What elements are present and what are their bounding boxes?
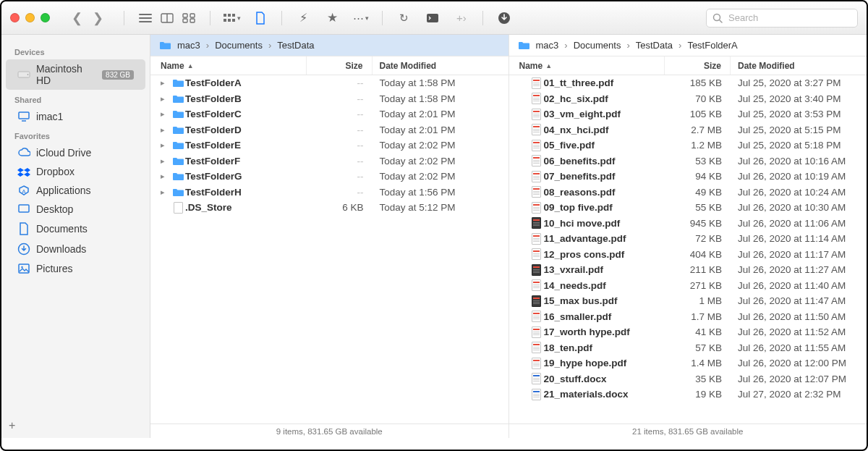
file-row[interactable]: ▸TestFolderD--Today at 2:01 PM	[150, 122, 509, 138]
breadcrumb-item[interactable]: Documents	[215, 40, 263, 51]
file-row[interactable]: 13_vxrail.pdf211 KBJul 26, 2020 at 11:27…	[509, 262, 867, 278]
file-row[interactable]: 03_vm_eight.pdf105 KBJul 25, 2020 at 3:5…	[509, 106, 867, 122]
sidebar-item-icloud-drive[interactable]: iCloud Drive	[6, 143, 145, 162]
zoom-window-button[interactable]	[41, 13, 50, 22]
group-by-button[interactable]: ▾	[221, 9, 242, 27]
file-date: Today at 1:56 PM	[373, 187, 509, 198]
breadcrumb-item[interactable]: Documents	[574, 40, 621, 51]
folder-icon	[518, 41, 530, 50]
breadcrumb-item[interactable]: mac3	[177, 40, 200, 51]
file-row[interactable]: 09_top five.pdf55 KBJul 26, 2020 at 10:3…	[509, 200, 867, 216]
disclosure-triangle[interactable]: ▸	[161, 140, 171, 150]
file-row[interactable]: 07_benefits.pdf94 KBJul 26, 2020 at 10:1…	[509, 169, 867, 185]
file-row[interactable]: 11_advantage.pdf72 KBJul 26, 2020 at 11:…	[509, 231, 867, 247]
disclosure-triangle[interactable]: ▸	[161, 172, 171, 181]
sidebar-item-desktop[interactable]: Desktop	[6, 200, 145, 219]
header-name[interactable]: Name▲	[519, 61, 665, 71]
breadcrumb-item[interactable]: TestData	[636, 40, 673, 51]
file-row[interactable]: 12_pros cons.pdf404 KBJul 26, 2020 at 11…	[509, 247, 867, 263]
column-view-button[interactable]	[156, 9, 178, 27]
file-row[interactable]: 15_max bus.pdf1 MBJul 26, 2020 at 11:47 …	[509, 293, 867, 309]
disclosure-triangle[interactable]: ▸	[161, 156, 171, 166]
sidebar-item-dropbox[interactable]: Dropbox	[6, 162, 145, 181]
breadcrumb: mac3›Documents›TestData›TestFolderA	[509, 35, 867, 56]
file-row[interactable]: ▸TestFolderG--Today at 2:02 PM	[150, 169, 509, 185]
disclosure-triangle[interactable]: ▸	[161, 109, 171, 119]
file-size: 105 KB	[664, 109, 731, 119]
new-tab-button[interactable]: +	[9, 419, 15, 432]
tag-button[interactable]: ★	[321, 9, 343, 27]
sidebar-item-applications[interactable]: AApplications	[6, 181, 145, 200]
file-name: TestFolderA	[185, 77, 306, 88]
search-field[interactable]	[706, 9, 858, 28]
sidebar-item-downloads[interactable]: Downloads	[6, 239, 145, 259]
close-window-button[interactable]	[10, 13, 20, 22]
file-row[interactable]: ▸TestFolderA--Today at 1:58 PM	[150, 75, 509, 91]
breadcrumb-item[interactable]: TestData	[277, 40, 314, 51]
column-headers: Name▲SizeDate Modified	[150, 56, 509, 75]
file-row[interactable]: 06_benefits.pdf53 KBJul 26, 2020 at 10:1…	[509, 153, 867, 169]
file-row[interactable]: ▸TestFolderC--Today at 2:01 PM	[150, 106, 509, 122]
sidebar-item-label: iCloud Drive	[36, 147, 134, 159]
file-row[interactable]: 19_hype hope.pdf1.4 MBJul 26, 2020 at 12…	[509, 355, 867, 371]
header-name[interactable]: Name▲	[161, 61, 306, 71]
sidebar-item-label: Applications	[36, 185, 134, 196]
svg-line-15	[720, 20, 722, 22]
file-row[interactable]: 05_five.pdf1.2 MBJul 25, 2020 at 5:18 PM	[509, 138, 867, 153]
minimize-window-button[interactable]	[25, 13, 35, 22]
file-row[interactable]: 01_tt_three.pdf185 KBJul 25, 2020 at 3:2…	[509, 75, 867, 91]
breadcrumb-separator: ›	[206, 40, 209, 51]
file-row[interactable]: 08_reasons.pdf49 KBJul 26, 2020 at 10:24…	[509, 185, 867, 201]
file-row[interactable]: ▸TestFolderB--Today at 1:58 PM	[150, 91, 509, 107]
sidebar-item-documents[interactable]: Documents	[6, 219, 145, 239]
window-controls	[10, 13, 50, 22]
back-button[interactable]: ❮	[72, 10, 82, 26]
file-date: Jul 26, 2020 at 11:14 AM	[731, 233, 867, 244]
file-row[interactable]: ▸TestFolderF--Today at 2:02 PM	[150, 153, 509, 169]
sidebar-item-macintosh-hd[interactable]: Macintosh HD832 GB	[6, 59, 145, 90]
file-row[interactable]: ▸TestFolderE--Today at 2:02 PM	[150, 138, 509, 153]
grid2-icon	[182, 13, 195, 23]
file-size: --	[306, 93, 373, 104]
svg-rect-21	[19, 205, 29, 212]
add-pane-button[interactable]: +›	[451, 9, 472, 27]
breadcrumb-item[interactable]: mac3	[536, 40, 559, 51]
file-row[interactable]: 10_hci move.pdf945 KBJul 26, 2020 at 11:…	[509, 216, 867, 232]
file-row[interactable]: .DS_Store6 KBToday at 5:12 PM	[150, 200, 509, 216]
file-row[interactable]: 02_hc_six.pdf70 KBJul 25, 2020 at 3:40 P…	[509, 91, 867, 107]
header-size[interactable]: Size	[664, 56, 731, 75]
header-date[interactable]: Date Modified	[731, 61, 867, 71]
disclosure-triangle[interactable]: ▸	[161, 94, 171, 104]
breadcrumb: mac3›Documents›TestData	[150, 35, 509, 56]
search-input[interactable]	[727, 12, 850, 24]
file-row[interactable]: 17_worth hype.pdf41 KBJul 26, 2020 at 11…	[509, 324, 867, 340]
more-actions-button[interactable]: ⋯▾	[350, 9, 372, 27]
disclosure-triangle[interactable]: ▸	[161, 78, 171, 88]
file-row[interactable]: 18_ten.pdf57 KBJul 26, 2020 at 11:55 AM	[509, 340, 867, 356]
header-date[interactable]: Date Modified	[373, 61, 509, 71]
file-row[interactable]: ▸TestFolderH--Today at 1:56 PM	[150, 185, 509, 201]
quick-action-button[interactable]: ⚡︎	[292, 9, 314, 27]
disclosure-triangle[interactable]: ▸	[161, 125, 171, 135]
bolt-icon: ⚡︎	[299, 11, 307, 25]
file-date: Jul 27, 2020 at 2:32 PM	[731, 389, 867, 400]
file-row[interactable]: 20_stuff.docx35 KBJul 26, 2020 at 12:07 …	[509, 371, 867, 387]
file-row[interactable]: 16_smaller.pdf1.7 MBJul 26, 2020 at 11:5…	[509, 309, 867, 325]
sidebar-item-imac1[interactable]: imac1	[6, 107, 145, 126]
download-button[interactable]	[493, 9, 515, 27]
breadcrumb-item[interactable]: TestFolderA	[687, 40, 737, 51]
terminal-button[interactable]	[422, 9, 443, 27]
dual-pane: mac3›Documents›TestDataName▲SizeDate Mod…	[150, 35, 867, 438]
file-date: Today at 2:01 PM	[373, 109, 509, 119]
sidebar-item-pictures[interactable]: Pictures	[6, 259, 145, 278]
icon-view-button[interactable]	[178, 9, 200, 27]
forward-button[interactable]: ❯	[93, 10, 103, 26]
file-row[interactable]: 14_needs.pdf271 KBJul 26, 2020 at 11:40 …	[509, 278, 867, 294]
header-size[interactable]: Size	[306, 56, 373, 75]
sync-button[interactable]: ↻	[393, 9, 414, 27]
list-view-button[interactable]	[135, 9, 156, 27]
new-document-button[interactable]	[250, 9, 271, 27]
file-row[interactable]: 21_materials.docx19 KBJul 27, 2020 at 2:…	[509, 387, 867, 402]
disclosure-triangle[interactable]: ▸	[161, 187, 171, 197]
file-row[interactable]: 04_nx_hci.pdf2.7 MBJul 25, 2020 at 5:15 …	[509, 122, 867, 138]
